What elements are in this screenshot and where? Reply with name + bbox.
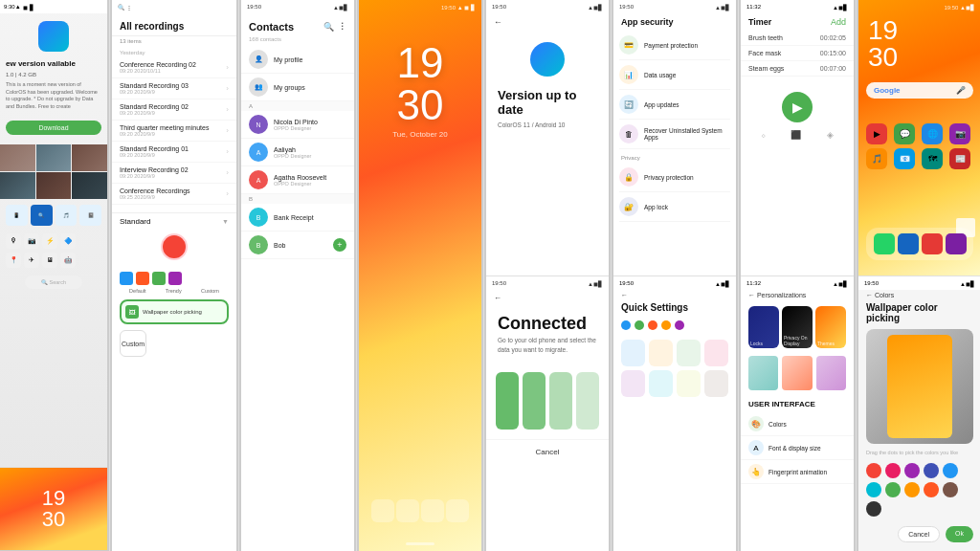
app-8[interactable]: 📰	[949, 148, 970, 169]
opt-colors[interactable]: 🎨 Colors	[741, 412, 854, 436]
security-item-payment[interactable]: 💳 Payment protection	[619, 31, 730, 60]
qt-media[interactable]: 🎵	[56, 205, 78, 226]
auto-icon[interactable]: 🤖	[60, 253, 76, 268]
qtile-1[interactable]	[621, 340, 645, 366]
dock-wa[interactable]	[874, 233, 895, 254]
opt-font[interactable]: A Font & display size	[741, 436, 854, 460]
version-back[interactable]: ←	[486, 13, 609, 31]
custom-btn[interactable]: Custom	[120, 330, 146, 357]
dock-phone[interactable]	[371, 499, 394, 522]
qt-journal[interactable]: 📓	[79, 205, 101, 226]
rec-item-4[interactable]: Standard Recording 01 09:20 2020/9/9 ›	[112, 142, 236, 163]
wallpaper-btn-area[interactable]: 🖼 Wallpaper color picking	[120, 299, 229, 324]
timer-2[interactable]: Steam eggs 00:07:00	[741, 61, 854, 77]
theme-locks[interactable]: Locks	[748, 306, 779, 348]
security-item-updates[interactable]: 🔄 App updates	[619, 90, 730, 120]
security-item-recover[interactable]: 🗑 Recover Uninstalled System Apps	[619, 120, 730, 149]
search-bottom[interactable]: 🔍 Search	[0, 272, 107, 293]
qt-mobile[interactable]: 📱	[6, 205, 28, 226]
theme-green[interactable]	[152, 272, 166, 285]
power-icon[interactable]: ⚡	[42, 233, 57, 249]
qtile-3[interactable]	[677, 340, 701, 366]
qtile-2[interactable]	[649, 340, 673, 366]
timer-nav-3[interactable]: ◈	[827, 130, 834, 140]
mic-search-icon[interactable]: 🎤	[956, 86, 966, 95]
download-button[interactable]: Download	[6, 121, 101, 135]
personal-back[interactable]: ← Personalizations	[741, 290, 854, 300]
app-2[interactable]: 💬	[894, 123, 915, 144]
color-pink[interactable]	[885, 463, 901, 478]
privacy-protection-item[interactable]: 🔒 Privacy protection	[619, 163, 730, 192]
add-bob-button[interactable]: +	[333, 238, 346, 252]
contact-nicola[interactable]: N Nicola Di Pinto OPPO Designer	[241, 111, 354, 139]
theme-red[interactable]	[136, 272, 149, 285]
theme-privacy[interactable]: Privacy On Display	[782, 306, 813, 348]
app-3[interactable]: 🌐	[922, 123, 943, 144]
rec-item-3[interactable]: Third quarter meeting minutes 09:20 2020…	[112, 121, 236, 142]
dock-browser[interactable]	[446, 499, 469, 522]
colors-back[interactable]: ← Colors	[858, 290, 980, 300]
mic-icon[interactable]: 🎙	[6, 233, 21, 249]
google-search-bar[interactable]: Google 🎤	[866, 82, 973, 99]
colors-ok-button[interactable]: Ok	[946, 526, 973, 542]
theme-purple[interactable]	[168, 272, 182, 285]
color-brown[interactable]	[943, 482, 958, 497]
theme-5[interactable]	[782, 356, 812, 390]
airplane-icon[interactable]: ✈	[24, 253, 39, 268]
dot-1[interactable]	[621, 320, 631, 330]
dock-camera[interactable]	[421, 499, 444, 522]
theme-6[interactable]	[816, 356, 846, 390]
dot-3[interactable]	[648, 320, 657, 330]
play-button[interactable]: ▶	[782, 92, 813, 122]
theme-themes[interactable]: Themes	[815, 306, 846, 348]
connected-back[interactable]: ←	[486, 290, 609, 306]
camera-icon[interactable]: 📷	[24, 233, 39, 249]
timer-nav-2[interactable]: ⬛	[791, 130, 801, 140]
rec-item-5[interactable]: Interview Recording 02 09:20 2020/9/9 ›	[112, 163, 236, 184]
location-icon[interactable]: 📍	[6, 253, 21, 268]
qtile-5[interactable]	[621, 370, 645, 397]
theme-blue[interactable]	[120, 272, 133, 285]
contact-agatha[interactable]: A Agatha Roosevelt OPPO Designer	[241, 166, 354, 194]
color-indigo[interactable]	[924, 463, 939, 478]
timer-1[interactable]: Face mask 00:15:00	[741, 46, 854, 61]
contact-bob[interactable]: B Bob +	[241, 231, 354, 259]
record-button[interactable]	[161, 233, 188, 260]
dock-insta[interactable]	[946, 233, 967, 254]
contact-my-profile[interactable]: 👤 My profile	[241, 46, 354, 74]
dot-5[interactable]	[675, 320, 684, 330]
app-5[interactable]: 🎵	[866, 148, 887, 169]
dot-4[interactable]	[661, 320, 671, 330]
rec-item-2[interactable]: Standard Recording 02 09:20 2020/9/9 ›	[112, 99, 236, 121]
app-lock-item[interactable]: 🔐 App lock	[619, 192, 730, 222]
color-orange[interactable]	[904, 482, 920, 497]
quick-back[interactable]: ←	[613, 290, 736, 300]
add-timer-button[interactable]: Add	[831, 17, 846, 27]
search-icon[interactable]: 🔍	[323, 22, 334, 32]
screen-icon[interactable]: 🖥	[42, 253, 57, 268]
rec-item-6[interactable]: Conference Recordings 09:25 2020/9/9 ›	[112, 184, 236, 205]
dock-yt[interactable]	[922, 233, 943, 254]
qt-search[interactable]: 🔍	[31, 205, 53, 226]
timer-0[interactable]: Brush teeth 00:02:05	[741, 31, 854, 46]
app-1[interactable]: ▶	[866, 123, 887, 144]
color-deep-orange[interactable]	[924, 482, 939, 497]
app-4[interactable]: 📷	[949, 123, 970, 144]
timer-nav-1[interactable]: ⬦	[761, 130, 766, 140]
qtile-4[interactable]	[704, 340, 728, 366]
color-blue[interactable]	[943, 463, 958, 478]
color-cyan[interactable]	[866, 482, 881, 497]
more-icon[interactable]: ⋮	[338, 22, 346, 32]
rec-item-0[interactable]: Conference Recording 02 09:20 2020/10/11…	[112, 57, 236, 78]
color-purple[interactable]	[904, 463, 920, 478]
color-green[interactable]	[885, 482, 901, 497]
search-bar-bottom[interactable]: 🔍 Search	[25, 276, 82, 289]
color-dark[interactable]	[866, 501, 881, 517]
qtile-7[interactable]	[677, 370, 701, 397]
rec-item-1[interactable]: Standard Recording 03 09:20 2020/9/9 ›	[112, 78, 236, 99]
contact-my-groups[interactable]: 👥 My groups	[241, 74, 354, 101]
app-6[interactable]: 📧	[894, 148, 915, 169]
cancel-button[interactable]: Cancel	[486, 439, 609, 464]
dot-2[interactable]	[635, 320, 644, 330]
dock-messages[interactable]	[396, 499, 419, 522]
